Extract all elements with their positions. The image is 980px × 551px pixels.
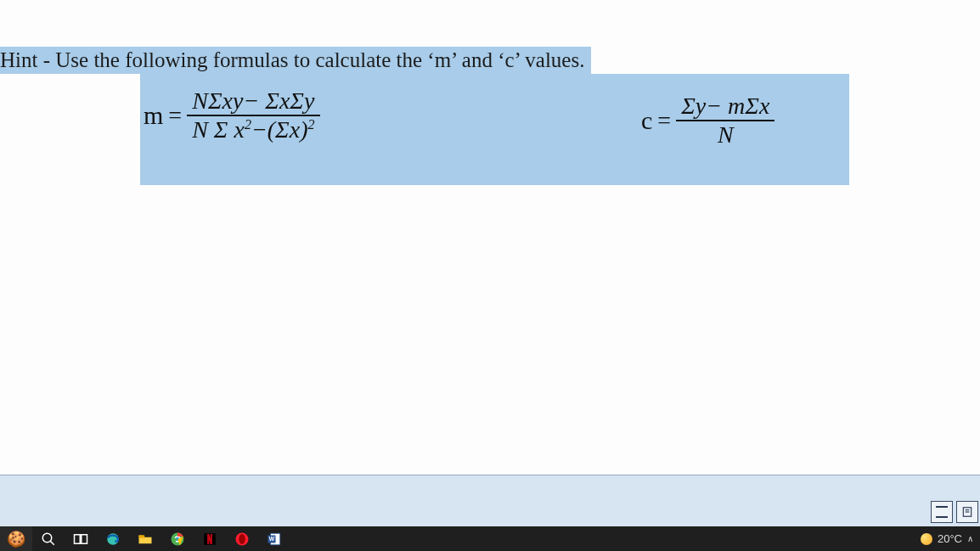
formula-m: m = NΣxy− ΣxΣy N Σ x2−(Σx)2 bbox=[144, 89, 320, 142]
explorer-button[interactable] bbox=[129, 526, 161, 551]
m-lhs: m bbox=[144, 101, 163, 130]
read-mode-icon[interactable] bbox=[931, 501, 953, 523]
opera-icon bbox=[234, 531, 250, 547]
chrome-icon bbox=[170, 531, 185, 547]
document-page: Hint - Use the following formulas to cal… bbox=[0, 0, 980, 551]
svg-rect-13 bbox=[207, 534, 209, 544]
netflix-icon bbox=[202, 531, 217, 547]
windows-taskbar: 🍪 W bbox=[0, 526, 980, 551]
weather-icon[interactable] bbox=[921, 533, 932, 545]
c-numerator: Σy− mΣx bbox=[676, 94, 774, 121]
formula-selection: m = NΣxy− ΣxΣy N Σ x2−(Σx)2 c = Σy− mΣx … bbox=[140, 74, 849, 185]
view-controls bbox=[929, 498, 980, 526]
word-button[interactable]: W bbox=[258, 526, 290, 551]
news-widget[interactable]: 🍪 bbox=[0, 526, 32, 551]
m-numerator: NΣxy− ΣxΣy bbox=[187, 89, 319, 116]
formula-c: c = Σy− mΣx N bbox=[641, 94, 774, 147]
taskbar-left: 🍪 W bbox=[0, 526, 290, 551]
m-fraction: NΣxy− ΣxΣy N Σ x2−(Σx)2 bbox=[187, 89, 319, 142]
svg-rect-14 bbox=[211, 534, 212, 544]
m-equals: = bbox=[163, 102, 187, 129]
c-fraction: Σy− mΣx N bbox=[676, 94, 774, 147]
opera-button[interactable] bbox=[226, 526, 258, 551]
edge-icon bbox=[105, 531, 121, 547]
svg-rect-6 bbox=[82, 534, 87, 543]
c-equals: = bbox=[652, 107, 676, 134]
svg-rect-8 bbox=[139, 535, 145, 537]
svg-text:W: W bbox=[269, 536, 275, 542]
svg-point-3 bbox=[42, 533, 52, 543]
edge-button[interactable] bbox=[97, 526, 129, 551]
netflix-button[interactable] bbox=[194, 526, 226, 551]
taskview-icon bbox=[73, 531, 88, 547]
hint-text: Hint - Use the following formulas to cal… bbox=[0, 48, 584, 72]
print-layout-icon[interactable] bbox=[956, 501, 978, 523]
taskbar-right: 20°C ∧ bbox=[921, 532, 980, 545]
c-denominator: N bbox=[676, 121, 774, 147]
chrome-button[interactable] bbox=[161, 526, 194, 551]
svg-point-16 bbox=[239, 534, 245, 544]
m-denominator: N Σ x2−(Σx)2 bbox=[187, 116, 319, 142]
word-icon: W bbox=[267, 531, 282, 547]
svg-rect-5 bbox=[75, 534, 81, 543]
tray-caret[interactable]: ∧ bbox=[967, 534, 973, 543]
weather-temp[interactable]: 20°C bbox=[938, 532, 962, 545]
hint-selection: Hint - Use the following formulas to cal… bbox=[0, 47, 591, 74]
explorer-icon bbox=[138, 531, 153, 547]
svg-line-4 bbox=[50, 541, 54, 545]
c-lhs: c bbox=[641, 106, 652, 135]
word-status-bar bbox=[0, 475, 980, 526]
task-view-button[interactable] bbox=[65, 526, 97, 551]
cookie-icon: 🍪 bbox=[7, 530, 25, 548]
search-icon bbox=[41, 531, 56, 547]
search-button[interactable] bbox=[32, 526, 65, 551]
